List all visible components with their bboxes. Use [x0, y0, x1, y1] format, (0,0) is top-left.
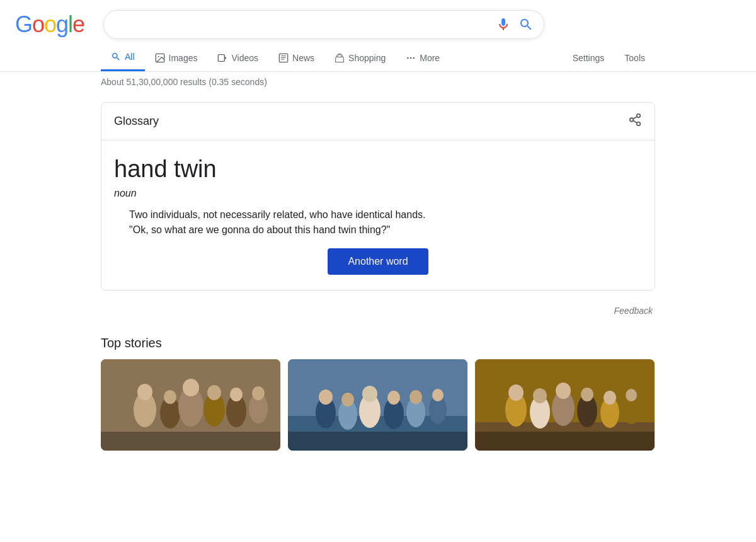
svg-point-50 [533, 388, 547, 403]
svg-point-24 [207, 385, 221, 400]
svg-point-41 [410, 390, 422, 404]
svg-rect-44 [288, 432, 467, 451]
svg-point-9 [410, 57, 412, 59]
results-count: About 51,30,00,000 results (0.35 seconds… [0, 72, 756, 92]
glossary-body: hand twin noun Two individuals, not nece… [101, 141, 655, 290]
story-card-1[interactable] [101, 359, 280, 451]
tools-label: Tools [624, 53, 645, 63]
svg-point-1 [158, 55, 159, 57]
tab-all[interactable]: All [101, 44, 145, 71]
svg-point-22 [183, 379, 199, 396]
nav-tabs: All Images Videos [0, 44, 756, 72]
settings-label: Settings [573, 53, 605, 63]
top-stories-section: Top stories [0, 331, 756, 456]
svg-point-11 [637, 114, 641, 118]
glossary-card: Glossary hand twin noun Two individuals,… [101, 102, 655, 291]
tab-shopping-label: Shopping [348, 53, 386, 63]
main-content: Glossary hand twin noun Two individuals,… [0, 92, 756, 331]
news-tab-icon [278, 53, 289, 63]
svg-point-13 [637, 122, 641, 126]
tab-news[interactable]: News [268, 45, 324, 71]
svg-point-26 [230, 388, 243, 401]
tab-shopping[interactable]: Shopping [324, 45, 396, 71]
svg-point-54 [581, 388, 593, 401]
image-tab-icon [155, 53, 165, 63]
glossary-definition-block: Two individuals, not necessarily related… [114, 209, 642, 236]
search-tab-icon [111, 52, 121, 62]
svg-point-33 [319, 389, 333, 405]
svg-line-14 [633, 120, 637, 123]
glossary-definition-text: Two individuals, not necessarily related… [129, 209, 642, 221]
stories-grid [101, 359, 655, 451]
shopping-tab-icon [335, 53, 345, 63]
google-logo: Google [15, 11, 84, 38]
svg-point-58 [626, 389, 637, 401]
tab-images[interactable]: Images [145, 45, 208, 71]
feedback-label: Feedback [614, 306, 653, 316]
svg-marker-3 [225, 56, 227, 59]
svg-rect-2 [219, 54, 225, 61]
svg-point-43 [432, 389, 444, 401]
settings-link[interactable]: Settings [563, 45, 615, 71]
story-image-2 [288, 359, 467, 451]
tab-all-label: All [125, 52, 135, 62]
tab-more[interactable]: More [396, 45, 450, 71]
search-input[interactable]: friends glossary [114, 18, 496, 32]
tab-videos-label: Videos [231, 53, 258, 63]
tools-link[interactable]: Tools [614, 45, 655, 71]
tab-images-label: Images [169, 53, 198, 63]
svg-point-28 [252, 386, 265, 400]
glossary-card-title: Glossary [114, 115, 159, 128]
svg-point-56 [604, 391, 616, 405]
svg-point-52 [556, 383, 571, 399]
mic-icon[interactable] [496, 17, 511, 32]
svg-rect-29 [101, 432, 280, 451]
svg-point-18 [137, 384, 152, 400]
svg-point-48 [508, 384, 524, 401]
video-tab-icon [217, 53, 227, 63]
svg-point-20 [164, 390, 176, 404]
svg-rect-4 [279, 54, 287, 62]
svg-point-37 [362, 386, 377, 402]
header: Google friends glossary [0, 0, 756, 44]
glossary-pos: noun [114, 188, 642, 199]
more-tab-icon [406, 53, 416, 63]
svg-point-12 [630, 118, 634, 122]
svg-point-39 [387, 391, 400, 405]
story-image-3 [475, 359, 655, 451]
story-image-1 [101, 359, 280, 451]
story-card-3[interactable] [475, 359, 655, 451]
another-word-button[interactable]: Another word [328, 248, 428, 275]
tab-videos[interactable]: Videos [207, 45, 268, 71]
glossary-header: Glossary [101, 103, 655, 141]
glossary-example: "Ok, so what are we gonna do about this … [129, 224, 642, 236]
svg-point-8 [407, 57, 409, 59]
search-bar[interactable]: friends glossary [103, 10, 544, 39]
tab-more-label: More [420, 53, 440, 63]
svg-line-15 [633, 117, 637, 119]
tab-news-label: News [292, 53, 314, 63]
share-icon[interactable] [628, 113, 642, 130]
svg-point-35 [341, 393, 354, 407]
top-stories-title: Top stories [101, 336, 655, 350]
search-icon[interactable] [518, 17, 534, 32]
svg-rect-59 [475, 432, 655, 451]
glossary-word: hand twin [114, 156, 642, 183]
story-card-2[interactable] [288, 359, 467, 451]
feedback-link[interactable]: Feedback [101, 301, 655, 321]
svg-point-10 [413, 57, 415, 59]
